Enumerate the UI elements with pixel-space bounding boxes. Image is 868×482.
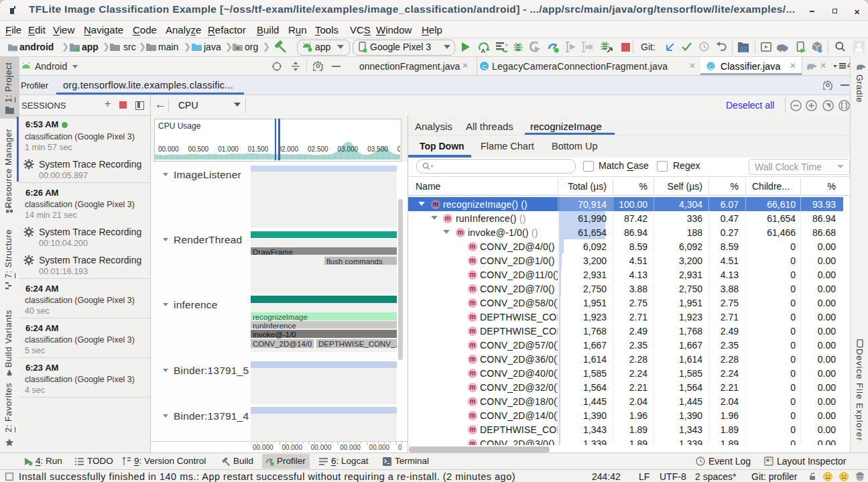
svg-text:A: A [481, 48, 486, 54]
